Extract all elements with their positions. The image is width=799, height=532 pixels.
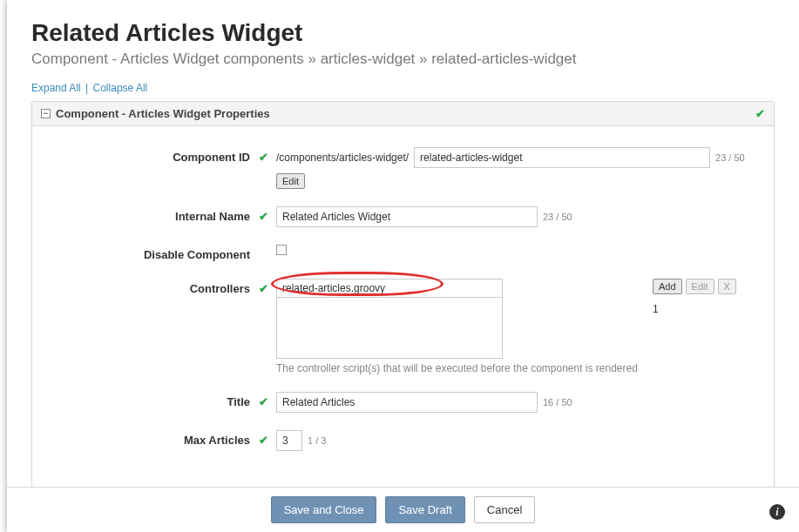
label-internal-name: Internal Name <box>58 206 250 223</box>
separator: | <box>85 82 88 94</box>
title-counter: 16 / 50 <box>543 397 572 407</box>
label-title: Title <box>58 392 250 408</box>
check-icon: ✔ <box>259 282 268 295</box>
row-internal-name: Internal Name ✔ 23 / 50 <box>58 206 748 227</box>
check-icon: ✔ <box>755 107 765 120</box>
row-disable-component: Disable Component <box>58 245 748 261</box>
expand-all-link[interactable]: Expand All <box>31 82 81 94</box>
check-icon: ✔ <box>259 151 268 164</box>
controllers-count: 1 <box>653 303 659 315</box>
panel-header: − Component - Articles Widget Properties… <box>32 102 774 126</box>
component-id-input[interactable] <box>414 147 710 168</box>
breadcrumb: Component - Articles Widget components »… <box>31 51 775 68</box>
panel-title: Component - Articles Widget Properties <box>56 107 270 120</box>
save-draft-button[interactable]: Save Draft <box>385 496 464 523</box>
list-item[interactable]: related-articles.groovy <box>277 279 502 298</box>
row-max-articles: Max Articles ✔ 1 / 3 <box>58 430 748 451</box>
check-icon: ✔ <box>259 434 268 447</box>
page-title: Related Articles Widget <box>31 19 775 47</box>
component-id-prefix: /components/articles-widget/ <box>276 152 409 164</box>
max-articles-input[interactable] <box>276 430 302 451</box>
save-close-button[interactable]: Save and Close <box>271 496 377 523</box>
internal-name-input[interactable] <box>276 206 538 227</box>
label-controllers: Controllers <box>58 279 250 295</box>
collapse-all-link[interactable]: Collapse All <box>93 82 148 94</box>
list-empty-area <box>277 298 502 358</box>
component-id-counter: 23 / 50 <box>715 152 745 163</box>
label-component-id: Component ID <box>58 147 250 164</box>
info-icon[interactable]: i <box>769 504 785 520</box>
controllers-side-buttons: Add Edit X 1 <box>653 279 736 315</box>
label-disable-component: Disable Component <box>58 245 250 261</box>
internal-name-counter: 23 / 50 <box>543 212 572 222</box>
controllers-add-button[interactable]: Add <box>653 279 682 294</box>
row-component-id: Component ID ✔ /components/articles-widg… <box>58 147 748 189</box>
edit-dialog: Related Articles Widget Component - Arti… <box>7 0 799 532</box>
check-icon: ✔ <box>259 395 268 408</box>
max-articles-counter: 1 / 3 <box>308 435 326 446</box>
row-controllers: Controllers ✔ related-articles.groovy Th… <box>58 279 748 374</box>
panel-body: Component ID ✔ /components/articles-widg… <box>32 126 774 477</box>
cancel-button[interactable]: Cancel <box>474 496 535 523</box>
row-title: Title ✔ 16 / 50 <box>58 392 748 413</box>
controllers-edit-button[interactable]: Edit <box>686 279 714 294</box>
check-icon: ✔ <box>259 210 268 223</box>
controllers-listbox[interactable]: related-articles.groovy <box>276 279 503 359</box>
component-id-edit-button[interactable]: Edit <box>276 173 305 189</box>
controllers-remove-button[interactable]: X <box>718 279 736 294</box>
collapse-toggle-icon[interactable]: − <box>41 109 51 118</box>
properties-panel: − Component - Articles Widget Properties… <box>31 101 775 532</box>
disable-component-checkbox[interactable] <box>276 245 287 255</box>
dialog-footer: Save and Close Save Draft Cancel <box>7 487 799 532</box>
title-input[interactable] <box>276 392 538 413</box>
expand-collapse-row: Expand All | Collapse All <box>31 82 775 94</box>
label-max-articles: Max Articles <box>58 430 250 447</box>
controllers-help-text: The controller script(s) that will be ex… <box>276 362 642 374</box>
